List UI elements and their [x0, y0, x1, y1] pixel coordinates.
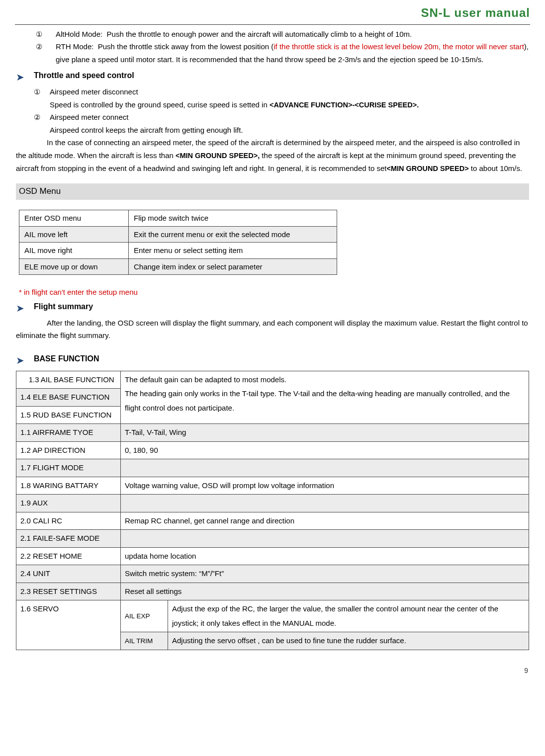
osd-table: Enter OSD menu Flip mode switch twice AI… — [19, 210, 337, 275]
list-item-althold: AltHold Mode: Push the throttle to enoug… — [56, 28, 529, 41]
osd-r1c1: Enter OSD menu — [19, 210, 129, 227]
base-r8c1: 1.9 AUX — [16, 495, 121, 512]
advance-function-path: <ADVANCE FUNCTION>-<CURISE SPEED>. — [270, 101, 419, 109]
rth-warning: if the throttle stick is at the lowest l… — [273, 42, 524, 51]
min-ground-speed-2: <MIN GROUND SPEED> — [386, 165, 468, 172]
table-row: 1.2 AP DIRECTION 0, 180, 90 — [16, 441, 529, 459]
table-row: ELE move up or down Change item index or… — [19, 258, 337, 275]
table-row: 1.3 AIL BASE FUNCTION The default gain c… — [16, 371, 529, 389]
table-row: 2.4 UNIT Switch metric system: “M”/”Ft” — [16, 565, 529, 583]
table-row: 2.1 FAILE-SAFE MODE — [16, 530, 529, 548]
althold-label: AltHold Mode: — [56, 30, 102, 38]
base-r11c1: 2.2 RESET HOME — [16, 547, 121, 565]
flight-summary-text: After the landing, the OSD screen will d… — [16, 317, 529, 342]
throttle-sub1-body: Speed is controlled by the ground speed,… — [50, 98, 529, 111]
rth-label: RTH Mode: — [56, 42, 93, 51]
base-function-table: 1.3 AIL BASE FUNCTION The default gain c… — [16, 371, 529, 650]
base-r10c1: 2.1 FAILE-SAFE MODE — [16, 530, 121, 548]
flight-summary-heading: Flight summary — [34, 300, 93, 317]
list-number-1: ① — [36, 28, 47, 41]
throttle-sub2-line1: Airspeed control keeps the aircraft from… — [50, 124, 529, 137]
table-row: 1.7 FLIGHT MODE — [16, 459, 529, 477]
table-row: AIL move left Exit the current menu or e… — [19, 226, 337, 243]
chevron-icon: ➤ — [16, 352, 28, 369]
osd-r4c1: ELE move up or down — [19, 258, 129, 275]
table-row: 2.0 CALI RC Remap RC channel, get cannel… — [16, 512, 529, 530]
base-r10c2 — [121, 530, 529, 548]
base-ail-trim-label: AIL TRIM — [121, 632, 168, 650]
throttle-sub2-para: In the case of connecting an airspeed me… — [16, 136, 529, 174]
chevron-icon: ➤ — [16, 300, 28, 317]
throttle-sub-title-1: Airspeed meter disconnect — [50, 85, 529, 98]
chevron-icon: ➤ — [16, 69, 28, 85]
throttle-heading: Throttle and speed control — [34, 69, 134, 85]
table-row: AIL move right Enter menu or select sett… — [19, 243, 337, 259]
osd-r2c1: AIL move left — [19, 226, 129, 243]
base-r4c1: 1.1 AIRFRAME TYOE — [16, 424, 121, 442]
base-r13c1: 2.3 RESET SETTINGS — [16, 583, 121, 600]
table-row: 1.9 AUX — [16, 495, 529, 512]
table-row: 1.8 WARING BATTARY Voltage warning value… — [16, 477, 529, 495]
base-r5c1: 1.2 AP DIRECTION — [16, 441, 121, 459]
base-r14c1: 1.6 SERVO — [16, 600, 121, 650]
base-r9c1: 2.0 CALI RC — [16, 512, 121, 530]
base-r5c2: 0, 180, 90 — [121, 441, 529, 459]
base-r3c1: 1.5 RUD BASE FUNCTION — [16, 406, 121, 424]
page-number: 9 — [16, 665, 529, 677]
throttle-sub2-e: to about 10m/s. — [469, 164, 523, 172]
base-ail-exp-label: AIL EXP — [121, 600, 168, 632]
table-row: 2.2 RESET HOME updata home location — [16, 547, 529, 565]
table-row: Enter OSD menu Flip mode switch twice — [19, 210, 337, 227]
base-merged-desc: The default gain can be adapted to most … — [121, 371, 529, 424]
base-r8c2 — [121, 495, 529, 512]
base-r1c1: 1.3 AIL BASE FUNCTION — [16, 371, 121, 389]
table-row: 1.1 AIRFRAME TYOE T-Tail, V-Tail, Wing — [16, 424, 529, 442]
osd-note: * in flight can't enter the setup menu — [19, 286, 529, 299]
throttle-sub1-text-a: Speed is controlled by the ground speed,… — [50, 100, 270, 109]
osd-r3c1: AIL move right — [19, 243, 129, 259]
base-r9c2: Remap RC channel, get cannel range and d… — [121, 512, 529, 530]
osd-heading: OSD Menu — [16, 183, 529, 200]
base-r7c1: 1.8 WARING BATTARY — [16, 477, 121, 495]
base-r12c2: Switch metric system: “M”/”Ft” — [121, 565, 529, 583]
base-ail-exp-desc: Adjust the exp of the RC, the larger the… — [168, 600, 529, 632]
base-r13c2: Reset all settings — [121, 583, 529, 600]
base-r11c2: updata home location — [121, 547, 529, 565]
header-title: SN-L user manual — [15, 0, 530, 24]
throttle-sub-num-2: ② — [34, 111, 45, 124]
base-r7c2: Voltage warning value, OSD will prompt l… — [121, 477, 529, 495]
throttle-sub-title-2: Airspeed meter connect — [50, 111, 529, 124]
base-r6c2 — [121, 459, 529, 477]
table-row: 1.6 SERVO AIL EXP Adjust the exp of the … — [16, 600, 529, 632]
min-ground-speed-1: <MIN GROUND SPEED>, — [176, 152, 260, 160]
list-number-2: ② — [36, 40, 47, 66]
osd-r3c2: Enter menu or select setting item — [129, 243, 337, 259]
base-function-heading: BASE FUNCTION — [34, 352, 99, 369]
rth-pre: Push the throttle stick away from the lo… — [98, 42, 274, 51]
base-r6c1: 1.7 FLIGHT MODE — [16, 459, 121, 477]
base-r4c2: T-Tail, V-Tail, Wing — [121, 424, 529, 442]
content-body: ① AltHold Mode: Push the throttle to eno… — [15, 28, 530, 677]
base-ail-trim-desc: Adjusting the servo offset , can be used… — [168, 632, 529, 650]
base-r2c1: 1.4 ELE BASE FUNCTION — [16, 389, 121, 407]
osd-r4c2: Change item index or select parameter — [129, 258, 337, 275]
osd-r1c2: Flip mode switch twice — [129, 210, 337, 227]
base-r12c1: 2.4 UNIT — [16, 565, 121, 583]
table-row: 2.3 RESET SETTINGS Reset all settings — [16, 583, 529, 600]
header-divider — [15, 24, 530, 25]
list-item-rth: RTH Mode: Push the throttle stick away f… — [56, 40, 529, 66]
osd-r2c2: Exit the current menu or exit the select… — [129, 226, 337, 243]
althold-text: Push the throttle to enough power and th… — [107, 30, 412, 38]
throttle-sub-num-1: ① — [34, 85, 45, 98]
